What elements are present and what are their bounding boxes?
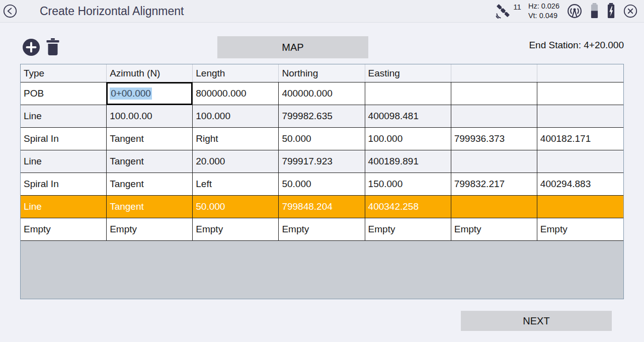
back-arrow-icon	[3, 4, 18, 19]
table-cell[interactable]: 50.000	[279, 127, 365, 150]
hz-precision: Hz: 0.026	[528, 2, 559, 11]
map-button[interactable]: MAP	[217, 36, 368, 58]
alignment-table: TypeAzimuth (N)LengthNorthingEastingPOB0…	[20, 64, 624, 299]
table-row[interactable]: Spiral InTangentRight50.000100.000799936…	[21, 127, 623, 150]
table-cell[interactable]: 400098.481	[365, 105, 451, 127]
table-cell[interactable]: Line	[21, 195, 107, 218]
table-cell[interactable]	[365, 82, 451, 105]
end-station-label: End Station: 4+20.000	[529, 30, 624, 60]
satellite-status: 11	[494, 2, 521, 20]
page-title: Create Horizontal Alignment	[40, 5, 184, 18]
table-cell[interactable]: 0+00.000	[107, 82, 193, 105]
table-cell[interactable]: 50.000	[279, 173, 365, 195]
table-cell[interactable]: 400189.891	[365, 150, 451, 173]
table-cell[interactable]: Empty	[451, 218, 537, 240]
table-cell[interactable]: Right	[193, 127, 279, 150]
table-header-row: TypeAzimuth (N)LengthNorthingEasting	[21, 64, 623, 82]
status-area: 11 Hz: 0.026 Vt: 0.049	[494, 2, 644, 21]
table-cell[interactable]: 800000.000	[193, 82, 279, 105]
table-filler-area	[21, 240, 623, 299]
table-cell[interactable]: 799848.204	[279, 195, 365, 218]
table-cell[interactable]: Left	[193, 173, 279, 195]
table-row[interactable]: POB0+00.000800000.000400000.000	[21, 82, 623, 105]
column-header: Type	[21, 64, 107, 82]
table-cell[interactable]: 799936.373	[451, 127, 537, 150]
table-cell[interactable]: 400000.000	[279, 82, 365, 105]
column-header: Northing	[279, 64, 365, 82]
radio-broadcast-icon[interactable]	[567, 3, 583, 19]
trash-icon	[45, 38, 60, 56]
table-cell[interactable]: Empty	[537, 218, 623, 240]
table-cell[interactable]: 400182.171	[537, 127, 623, 150]
table-cell[interactable]: Spiral In	[21, 127, 107, 150]
table-cell[interactable]: 100.00.00	[107, 105, 193, 127]
table-cell[interactable]: Tangent	[107, 173, 193, 195]
table-cell[interactable]: 400294.883	[537, 173, 623, 195]
table-cell[interactable]	[451, 195, 537, 218]
table-cell[interactable]	[537, 82, 623, 105]
table-cell[interactable]: Tangent	[107, 150, 193, 173]
selected-text: 0+00.000	[110, 88, 152, 100]
table-row[interactable]: LineTangent50.000799848.204400342.258	[21, 195, 623, 218]
column-header: Length	[193, 64, 279, 82]
satellite-icon	[494, 2, 512, 20]
column-header	[537, 64, 623, 82]
table-cell[interactable]	[451, 105, 537, 127]
app-bar: Create Horizontal Alignment 11	[0, 0, 644, 23]
precision-readout: Hz: 0.026 Vt: 0.049	[528, 2, 559, 21]
table-cell[interactable]: Empty	[107, 218, 193, 240]
table-cell[interactable]: Spiral In	[21, 173, 107, 195]
battery-charging-icon[interactable]	[606, 3, 616, 19]
battery-level-icon[interactable]	[590, 3, 599, 19]
table-cell[interactable]: Empty	[193, 218, 279, 240]
table-row[interactable]: Spiral InTangentLeft50.000150.000799832.…	[21, 173, 623, 195]
table-cell[interactable]: 100.000	[365, 127, 451, 150]
vt-precision: Vt: 0.049	[528, 11, 559, 21]
table-row[interactable]: Line100.00.00100.000799982.635400098.481	[21, 105, 623, 127]
column-header: Easting	[365, 64, 451, 82]
table-cell[interactable]: Tangent	[107, 195, 193, 218]
add-circle-icon	[22, 38, 40, 56]
table-cell[interactable]: 50.000	[193, 195, 279, 218]
table-cell[interactable]: Empty	[365, 218, 451, 240]
table-cell[interactable]: Empty	[279, 218, 365, 240]
table-cell[interactable]: 100.000	[193, 105, 279, 127]
add-row-button[interactable]	[22, 38, 40, 56]
table-cell[interactable]: 150.000	[365, 173, 451, 195]
toolbar: MAP End Station: 4+20.000	[0, 30, 644, 60]
column-header	[451, 64, 537, 82]
back-button[interactable]	[2, 3, 19, 20]
next-button[interactable]: NEXT	[461, 311, 612, 331]
table-cell[interactable]: Line	[21, 150, 107, 173]
table-cell[interactable]: 400342.258	[365, 195, 451, 218]
table-cell[interactable]	[451, 82, 537, 105]
table-cell[interactable]: 799982.635	[279, 105, 365, 127]
table-cell[interactable]: 20.000	[193, 150, 279, 173]
table-cell[interactable]: Tangent	[107, 127, 193, 150]
delete-row-button[interactable]	[45, 38, 60, 56]
table-cell[interactable]: Empty	[21, 218, 107, 240]
close-button[interactable]	[623, 4, 638, 19]
table-cell[interactable]: Line	[21, 105, 107, 127]
table-cell[interactable]	[537, 150, 623, 173]
table-row[interactable]: EmptyEmptyEmptyEmptyEmptyEmptyEmpty	[21, 218, 623, 240]
table-row[interactable]: LineTangent20.000799917.923400189.891	[21, 150, 623, 173]
table-cell[interactable]	[537, 195, 623, 218]
table-cell[interactable]	[451, 150, 537, 173]
column-header: Azimuth (N)	[107, 64, 193, 82]
table-cell[interactable]: 799832.217	[451, 173, 537, 195]
table-cell[interactable]: 799917.923	[279, 150, 365, 173]
table-cell[interactable]	[537, 105, 623, 127]
table-cell[interactable]: POB	[21, 82, 107, 105]
satellite-count: 11	[513, 3, 521, 11]
